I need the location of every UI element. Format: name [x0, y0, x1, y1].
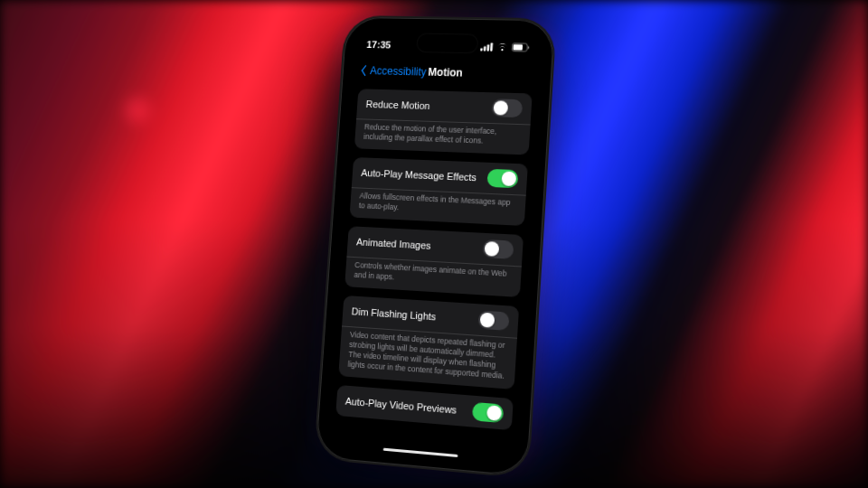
setting-label: Dim Flashing Lights [351, 306, 436, 323]
toggle-autoplay-video-previews[interactable] [472, 402, 504, 423]
nav-bar: Accessibility Motion [350, 57, 543, 89]
battery-icon [512, 42, 530, 52]
setting-label: Reduce Motion [365, 99, 430, 111]
iphone-screen: 17:35 Accessibility Motion [325, 26, 545, 467]
setting-footer: Video content that depicts repeated flas… [338, 326, 517, 390]
toggle-autoplay-message-effects[interactable] [486, 169, 518, 188]
dynamic-island [417, 34, 477, 53]
signal-icon [480, 42, 493, 52]
setting-label: Animated Images [356, 237, 431, 251]
back-button[interactable]: Accessibility [357, 64, 427, 78]
toggle-dim-flashing-lights[interactable] [477, 311, 509, 332]
chevron-left-icon [357, 64, 368, 77]
settings-group-animated-images: Animated Images Controls whether images … [344, 226, 524, 297]
svg-rect-3 [490, 42, 493, 51]
iphone-frame: 17:35 Accessibility Motion [316, 17, 555, 477]
setting-footer: Reduce the motion of the user interface,… [354, 118, 531, 155]
settings-group-autoplay-message-effects: Auto-Play Message Effects Allows fullscr… [349, 157, 527, 226]
toggle-animated-images[interactable] [482, 239, 514, 259]
settings-group-dim-flashing-lights: Dim Flashing Lights Video content that d… [338, 296, 519, 389]
home-indicator[interactable] [383, 447, 458, 457]
status-icons [480, 42, 530, 52]
setting-footer: Controls whether images animate on the W… [344, 257, 522, 298]
back-label: Accessibility [370, 64, 427, 78]
svg-rect-5 [513, 44, 523, 51]
settings-group-reduce-motion: Reduce Motion Reduce the motion of the u… [354, 89, 533, 155]
svg-rect-2 [486, 44, 489, 51]
setting-row-autoplay-video-previews[interactable]: Auto-Play Video Previews [335, 385, 514, 430]
setting-label: Auto-Play Video Previews [344, 396, 457, 416]
svg-rect-6 [528, 46, 529, 49]
wifi-icon [496, 42, 508, 52]
svg-rect-4 [512, 43, 527, 52]
settings-list: Reduce Motion Reduce the motion of the u… [335, 89, 533, 453]
status-time: 17:35 [366, 39, 391, 50]
toggle-reduce-motion[interactable] [491, 99, 523, 117]
svg-rect-0 [480, 48, 483, 51]
settings-group-autoplay-video-previews: Auto-Play Video Previews [335, 385, 514, 430]
stage: 17:35 Accessibility Motion [0, 0, 868, 488]
setting-footer: Allows fullscreen effects in the Message… [349, 187, 525, 226]
svg-rect-1 [484, 46, 486, 51]
setting-label: Auto-Play Message Effects [361, 167, 476, 183]
